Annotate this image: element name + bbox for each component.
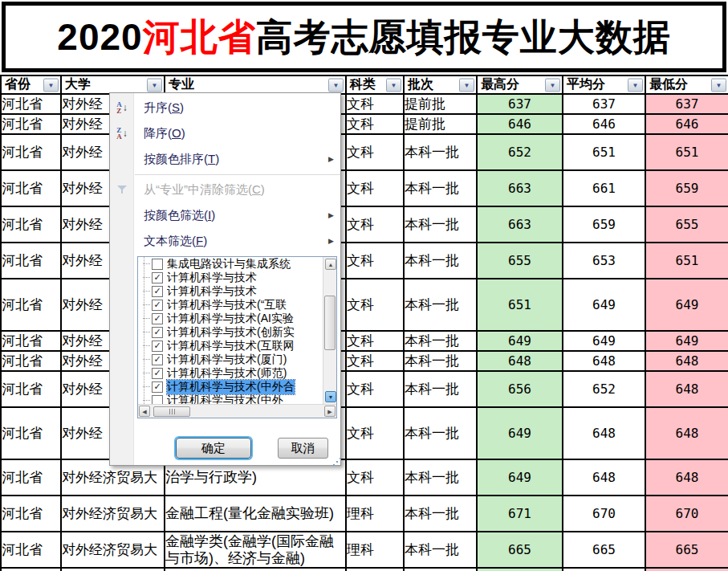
filter-dropdown-icon[interactable]: ▼ <box>386 78 401 92</box>
cell-min: 665 <box>645 532 728 568</box>
horizontal-scrollbar[interactable]: ◀ ▶ <box>138 404 336 418</box>
cell-province: 河北省 <box>1 170 61 206</box>
checkbox-icon[interactable]: ✓ <box>152 272 163 283</box>
resize-grip-icon[interactable] <box>336 461 338 463</box>
menu-item-label: 升序(S) <box>134 100 340 116</box>
cancel-button[interactable]: 取消 <box>278 438 328 459</box>
filter-dropdown-panel: AZ↓升序(S)ZA↓降序(O)按颜色排序(T)▶从“专业”中清除筛选(C)按颜… <box>109 92 341 466</box>
table-row <box>1 568 728 571</box>
filter-list-item[interactable]: ✓计算机科学与技术 <box>138 271 323 284</box>
filter-list-item-label: 计算机科学与技术 <box>167 271 257 285</box>
cell-subject: 文科 <box>346 351 404 371</box>
filter-list-item-label: 计算机科学与技术 <box>167 284 257 299</box>
tree-line <box>143 400 150 401</box>
vertical-scrollbar-thumb[interactable] <box>324 296 336 350</box>
filter-list-item[interactable]: 计算机科学与技术(中外 <box>138 394 323 404</box>
cell-batch: 本科一批 <box>404 331 477 351</box>
checkbox-icon[interactable]: ✓ <box>152 300 163 311</box>
filter-dropdown-icon[interactable]: ▼ <box>459 78 474 92</box>
cell-min: 646 <box>645 114 728 134</box>
filter-list-item-label: 计算机科学与技术(互联网 <box>167 339 295 353</box>
cell-province: 河北省 <box>1 459 61 496</box>
cell-subject: 文科 <box>346 371 404 407</box>
filter-dropdown-icon[interactable]: ▼ <box>43 78 59 92</box>
menu-item-sort-by-color[interactable]: 按颜色排序(T)▶ <box>110 146 340 172</box>
cell-avg: 637 <box>563 94 645 114</box>
header-label: 专业 <box>169 77 194 91</box>
checkbox-icon[interactable] <box>152 259 163 270</box>
checkbox-icon[interactable] <box>152 395 163 405</box>
filter-list-item[interactable]: ✓计算机科学与技术(AI实验 <box>138 312 323 325</box>
cell-min <box>645 568 728 571</box>
cell-avg: 648 <box>563 459 645 496</box>
cell-max: 655 <box>477 243 563 279</box>
cell-university <box>61 568 165 571</box>
cell-avg: 652 <box>563 371 645 407</box>
filter-list-item[interactable]: ✓计算机科学与技术(厦门) <box>138 353 323 366</box>
submenu-arrow-icon: ▶ <box>328 155 340 163</box>
cell-min: 651 <box>645 134 728 170</box>
checkbox-icon[interactable]: ✓ <box>152 354 163 365</box>
scroll-down-icon[interactable]: ▼ <box>325 391 336 402</box>
tree-line <box>143 277 150 278</box>
cell-province: 河北省 <box>1 331 61 351</box>
checkbox-icon[interactable]: ✓ <box>152 381 163 393</box>
menu-item-label: 按颜色排序(T) <box>134 152 328 167</box>
cell-avg: 661 <box>563 170 645 206</box>
cell-avg: 659 <box>563 206 645 243</box>
submenu-arrow-icon: ▶ <box>328 211 340 219</box>
scroll-left-icon[interactable]: ◀ <box>139 406 150 417</box>
cell-min: 659 <box>645 170 728 206</box>
cell-min: 648 <box>645 407 728 459</box>
cell-province <box>1 568 61 571</box>
cell-max: 648 <box>477 351 563 371</box>
filter-list-item[interactable]: ✓计算机科学与技术 <box>138 284 323 298</box>
filter-dropdown-icon[interactable]: ▼ <box>328 78 344 92</box>
filter-list-item[interactable]: ✓计算机科学与技术(中外合 <box>138 380 323 394</box>
ok-button[interactable]: 确定 <box>176 438 251 459</box>
filter-list-item[interactable]: 集成电路设计与集成系统 <box>138 257 323 271</box>
filter-dropdown-icon[interactable]: ▼ <box>628 78 643 92</box>
checkbox-icon[interactable]: ✓ <box>152 368 163 379</box>
cell-min: 651 <box>645 243 728 279</box>
menu-item-filter-by-color[interactable]: 按颜色筛选(I)▶ <box>110 202 340 228</box>
filter-list-item[interactable]: ✓计算机科学与技术(互联网 <box>138 339 323 353</box>
cell-province: 河北省 <box>1 94 61 114</box>
horizontal-scrollbar-thumb[interactable] <box>153 406 190 417</box>
checkbox-icon[interactable]: ✓ <box>152 341 163 352</box>
filter-dropdown-icon[interactable]: ▼ <box>545 78 560 92</box>
tree-line <box>143 304 150 305</box>
vertical-scrollbar[interactable]: ▲ ▼ <box>323 257 336 404</box>
filter-list-item[interactable]: ✓计算机科学与技术(“互联 <box>138 298 323 312</box>
checkbox-icon[interactable]: ✓ <box>152 313 163 324</box>
cell-batch: 本科一批 <box>404 170 477 206</box>
cell-avg: 651 <box>563 134 645 170</box>
menu-item-sort-asc[interactable]: AZ↓升序(S) <box>110 95 340 120</box>
checkbox-icon[interactable]: ✓ <box>152 286 163 297</box>
filter-dropdown-icon[interactable]: ▼ <box>711 78 726 92</box>
filter-list-item[interactable]: ✓计算机科学与技术(师范) <box>138 366 323 380</box>
cell-province: 河北省 <box>1 407 61 459</box>
cell-min: 655 <box>645 206 728 243</box>
filter-list-item-label: 计算机科学与技术(“互联 <box>167 298 287 312</box>
cell-subject: 文科 <box>346 134 404 170</box>
cell-batch: 提前批 <box>404 94 477 114</box>
header-label: 最低分 <box>649 77 688 91</box>
menu-item-sort-desc[interactable]: ZA↓降序(O) <box>110 120 340 146</box>
filter-list-item[interactable]: ✓计算机科学与技术(创新实 <box>138 325 323 339</box>
filter-list-item-label: 计算机科学与技术(AI实验 <box>167 312 294 326</box>
menu-item-text-filter[interactable]: 文本筛选(F)▶ <box>110 228 340 254</box>
menu-separator <box>135 174 340 175</box>
filter-dropdown-icon[interactable]: ▼ <box>147 78 162 92</box>
cell-subject: 理科 <box>346 496 404 532</box>
tree-line <box>143 318 150 319</box>
cell-max: 649 <box>477 331 563 351</box>
cell-subject: 文科 <box>346 170 404 206</box>
scroll-up-icon[interactable]: ▲ <box>325 259 336 270</box>
cell-min: 648 <box>645 351 728 371</box>
checkbox-icon[interactable]: ✓ <box>152 327 163 338</box>
title-rest: 高考志愿填报专业大数据 <box>256 16 671 58</box>
filter-list-item-label: 计算机科学与技术(厦门) <box>167 353 287 367</box>
scroll-right-icon[interactable]: ▶ <box>324 406 336 417</box>
menu-item-label: 降序(O) <box>134 126 340 141</box>
